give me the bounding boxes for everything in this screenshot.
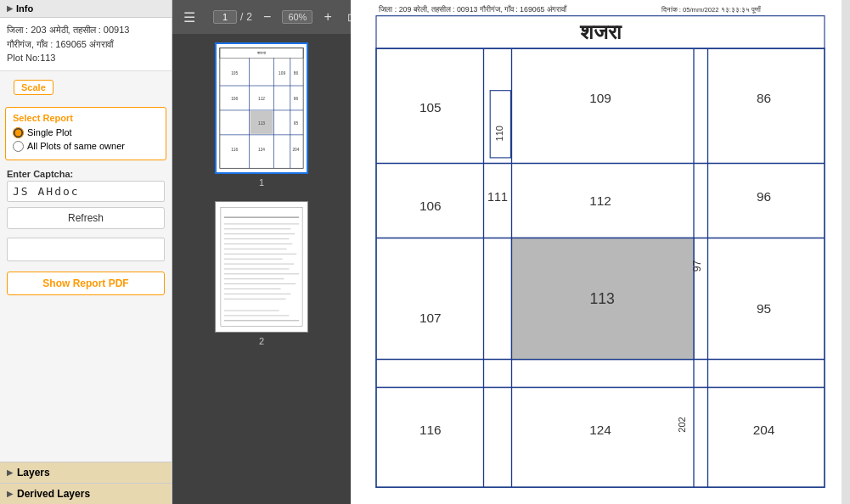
svg-text:113: 113 [258,121,265,126]
pdf-page-nav: / 2 [213,10,252,24]
plot-97: 97 [691,260,703,272]
svg-text:116: 116 [231,148,238,152]
show-report-button[interactable]: Show Report PDF [7,272,165,295]
map-date-text: दिनांक : 05/mm/2022 १३:३३:३५ पूर्णाँ [661,5,763,14]
pdf-zoom-value: 60% [282,10,312,24]
pdf-fit-button[interactable]: ⊡ [343,8,351,26]
captcha-display: JS AHdoc [7,181,165,202]
plot-116: 116 [419,422,442,436]
pdf-thumb-1[interactable]: शजरा 105 109 86 112 96 106 [215,42,308,188]
svg-rect-22 [216,202,307,331]
svg-text:86: 86 [294,71,299,76]
plot-95: 95 [757,300,771,315]
plot-204: 204 [753,422,775,436]
pdf-page-input[interactable] [213,10,237,24]
plot-113: 113 [590,289,616,306]
svg-rect-56 [490,91,510,158]
plot-124: 124 [589,422,611,436]
layers-label: Layers [17,467,50,479]
pdf-thumb-label-2: 2 [259,336,264,346]
pdf-thumb-svg-1: शजरा 105 109 86 112 96 106 [217,44,307,172]
svg-rect-0 [217,45,307,171]
plot-86: 86 [757,91,771,105]
select-report-box: Select Report Single Plot All Plots of s… [5,107,166,160]
left-panel: ▶ Info जिला : 203 अमेठी, तहसील : 00913 ग… [0,0,172,504]
pdf-zoom-out-button[interactable]: − [259,7,275,27]
refresh-button[interactable]: Refresh [7,207,165,229]
plot-111: 111 [487,190,508,204]
scale-badge: Scale [14,80,53,95]
map-scrollbar[interactable] [842,0,850,504]
pdf-page-separator: / [240,11,243,23]
info-content: जिला : 203 अमेठी, तहसील : 00913 गौरीगंज,… [0,18,172,71]
plot-107: 107 [419,310,442,324]
info-line1: जिला : 203 अमेठी, तहसील : 00913 [7,23,165,37]
info-line2: गौरीगंज, गाँव : 169065 अंगरावाँ [7,37,165,52]
map-header-text: जिला : 209 बरेली, तहसील : 00913 गौरीगंज,… [378,4,567,14]
pdf-menu-button[interactable]: ☰ [179,7,200,28]
pdf-thumb-2[interactable]: 2 [215,201,308,346]
svg-text:96: 96 [294,97,299,101]
plot-105: 105 [419,100,442,115]
info-bar[interactable]: ▶ Info [0,0,172,18]
map-svg: जिला : 209 बरेली, तहसील : 00913 गौरीगंज,… [351,0,850,504]
pdf-thumb-frame-2[interactable] [215,201,308,333]
derived-layers-label: Derived Layers [17,488,90,500]
radio-single-plot-label[interactable]: Single Plot [13,127,159,138]
radio-group: Single Plot All Plots of same owner [13,127,159,152]
svg-text:106: 106 [231,97,238,101]
svg-text:95: 95 [294,121,299,126]
svg-text:124: 124 [258,148,265,152]
pdf-zoom: 60% [282,10,312,24]
info-triangle-icon: ▶ [7,4,13,13]
plot-202: 202 [677,417,687,432]
pdf-thumb-frame-1[interactable]: शजरा 105 109 86 112 96 106 [215,42,308,174]
radio-all-plots-text: All Plots of same owner [27,141,125,151]
radio-single-plot-text: Single Plot [27,127,72,137]
layers-triangle-icon: ▶ [7,468,13,477]
pdf-page-total: 2 [246,11,252,23]
svg-text:109: 109 [279,71,285,76]
layers-bar[interactable]: ▶ Layers [0,462,172,483]
map-title: शजरा [579,20,622,43]
pdf-panel: ☰ pdf;base64,JVBERi0xLjU... / 2 − 60% + … [172,0,351,504]
pdf-thumb-svg-2 [216,202,307,332]
captcha-input[interactable] [7,238,165,261]
select-report-title: Select Report [13,113,159,123]
svg-text:शजरा: शजरा [256,51,267,55]
radio-single-plot[interactable] [13,127,24,138]
plot-106: 106 [419,198,442,212]
pdf-thumbnails[interactable]: शजरा 105 109 86 112 96 106 [172,34,351,504]
svg-text:112: 112 [258,97,265,101]
map-panel: जिला : 209 बरेली, तहसील : 00913 गौरीगंज,… [351,0,850,504]
plot-112: 112 [589,193,611,208]
plot-109: 109 [589,91,611,105]
pdf-zoom-in-button[interactable]: + [319,7,335,27]
derived-layers-triangle-icon: ▶ [7,490,13,498]
svg-text:105: 105 [231,71,238,76]
plot-96: 96 [757,188,771,203]
radio-all-plots-label[interactable]: All Plots of same owner [13,141,159,152]
map-content: जिला : 209 बरेली, तहसील : 00913 गौरीगंज,… [351,0,850,504]
captcha-label: Enter Captcha: [0,164,172,181]
info-label: Info [16,3,33,14]
svg-text:204: 204 [292,148,299,152]
info-line3: Plot No:113 [7,51,165,65]
pdf-thumb-label-1: 1 [259,177,264,188]
svg-text:110: 110 [494,126,504,141]
derived-layers-bar[interactable]: ▶ Derived Layers [0,483,172,504]
radio-all-plots[interactable] [13,141,24,152]
pdf-toolbar: ☰ pdf;base64,JVBERi0xLjU... / 2 − 60% + … [172,0,351,34]
